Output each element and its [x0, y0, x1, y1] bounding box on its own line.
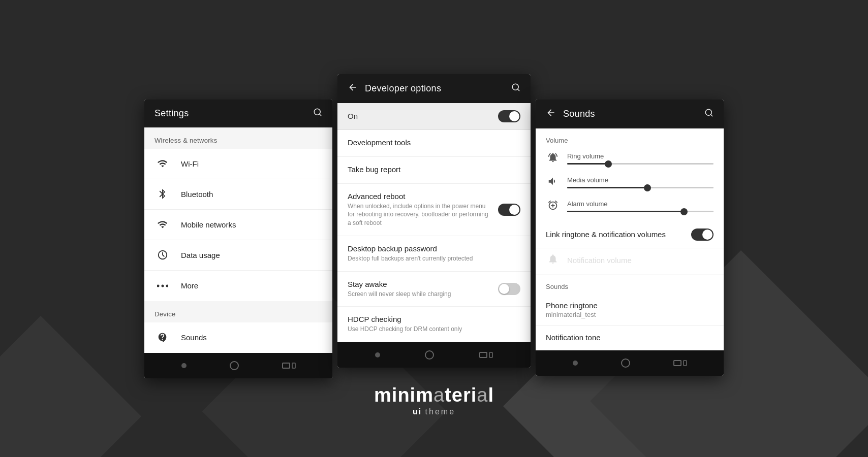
notification-tone-item[interactable]: Notification tone: [536, 326, 724, 350]
sounds-nav-bar: [536, 350, 724, 376]
dev-item-dev-tools[interactable]: Development tools: [337, 130, 531, 157]
brand-theme: theme: [425, 407, 455, 416]
media-volume-fill: [567, 187, 647, 188]
media-volume-content: Media volume: [567, 176, 714, 188]
dev-item-bug-report[interactable]: Take bug report: [337, 157, 531, 184]
settings-item-mobile[interactable]: Mobile networks: [144, 210, 332, 240]
settings-item-sounds[interactable]: Sounds: [144, 322, 332, 353]
dev-top-left: Developer options: [348, 82, 441, 95]
sounds-screen: Sounds Volume: [536, 100, 724, 376]
backup-pw-title: Desktop backup password: [348, 244, 520, 253]
alarm-volume-label: Alarm volume: [567, 200, 714, 208]
dev-item-stay-awake[interactable]: Stay awake Screen will never sleep while…: [337, 272, 531, 307]
sounds-nav-back-dot[interactable]: [573, 361, 578, 366]
alarm-volume-fill: [567, 211, 684, 212]
settings-item-data[interactable]: Data usage: [144, 240, 332, 271]
device-header: Device: [144, 301, 332, 322]
phone-ringtone-sub: minimaterial_test: [546, 311, 714, 318]
settings-item-bluetooth[interactable]: Bluetooth: [144, 179, 332, 210]
stay-awake-content: Stay awake Screen will never sleep while…: [348, 280, 492, 299]
dev-title: Developer options: [365, 83, 441, 94]
dev-nav-home[interactable]: [425, 350, 434, 360]
sounds-label: Sounds: [181, 333, 207, 342]
link-ringtone-toggle[interactable]: [691, 228, 714, 241]
link-ringtone-row[interactable]: Link ringtone & notification volumes: [536, 221, 724, 248]
screens-container: Settings Wireless & networks: [144, 79, 724, 378]
svg-line-9: [710, 114, 712, 116]
wifi-icon: [154, 158, 171, 169]
phone-ringtone-item[interactable]: Phone ringtone minimaterial_test: [536, 294, 724, 326]
settings-nav-bar: [144, 353, 332, 378]
dev-nav-bar: [337, 342, 531, 368]
dev-item-hdcp[interactable]: HDCP checking Use HDCP checking for DRM …: [337, 307, 531, 342]
media-volume-slider[interactable]: [567, 187, 714, 188]
stay-awake-sub: Screen will never sleep while charging: [348, 290, 492, 299]
sounds-section-header: Sounds: [536, 275, 724, 294]
dev-on-toggle[interactable]: [498, 110, 520, 122]
more-icon: [154, 284, 171, 287]
svg-point-4: [162, 284, 164, 287]
advanced-reboot-content: Advanced reboot When unlocked, include o…: [348, 192, 492, 227]
sounds-search-icon[interactable]: [704, 108, 714, 120]
ring-volume-item: Ring volume: [536, 147, 724, 171]
device-list: Sounds: [144, 322, 332, 353]
ring-volume-content: Ring volume: [567, 152, 714, 165]
backup-pw-sub: Desktop full backups aren't currently pr…: [348, 254, 520, 263]
alarm-volume-thumb[interactable]: [680, 208, 688, 215]
nav-recents-icon2: [292, 363, 296, 369]
settings-item-wifi[interactable]: Wi-Fi: [144, 149, 332, 179]
sounds-back-icon[interactable]: [546, 108, 556, 120]
brand-l: l: [488, 384, 494, 406]
brand-mini: minim: [374, 384, 433, 406]
dev-nav-recents[interactable]: [479, 352, 493, 358]
dev-nav-back-dot[interactable]: [375, 352, 380, 357]
dev-on-toggle-knob: [509, 111, 519, 121]
ring-volume-icon: [546, 152, 560, 166]
stay-awake-toggle-knob: [499, 284, 509, 294]
advanced-reboot-toggle[interactable]: [498, 204, 520, 216]
sounds-section-label: Sounds: [546, 283, 568, 290]
nav-home-circle[interactable]: [230, 361, 239, 370]
settings-search-icon[interactable]: [313, 108, 322, 119]
stay-awake-toggle[interactable]: [498, 283, 520, 295]
dev-top-bar: Developer options: [337, 74, 531, 103]
hdcp-sub: Use HDCP checking for DRM content only: [348, 325, 520, 334]
nav-back-dot[interactable]: [181, 363, 187, 368]
brand-sub: ui theme: [374, 407, 494, 416]
settings-top-icons: [313, 108, 322, 119]
dev-back-icon[interactable]: [348, 82, 358, 95]
dev-items-list: Development tools Take bug report Advanc…: [337, 130, 531, 343]
developer-screen-wrapper: Developer options On Developm: [337, 84, 531, 368]
wireless-networks-label: Wireless & networks: [154, 137, 217, 144]
stay-awake-row: Stay awake Screen will never sleep while…: [348, 280, 520, 299]
sounds-top-left: Sounds: [546, 108, 595, 120]
ring-volume-thumb[interactable]: [605, 160, 612, 168]
data-usage-label: Data usage: [181, 251, 220, 259]
advanced-reboot-toggle-knob: [509, 205, 519, 215]
dev-item-backup-pw[interactable]: Desktop backup password Desktop full bac…: [337, 236, 531, 272]
wifi-label: Wi-Fi: [181, 159, 199, 168]
notification-volume-icon: [546, 253, 560, 267]
settings-title: Settings: [154, 108, 189, 119]
dev-search-icon[interactable]: [511, 83, 520, 94]
sounds-nav-recents[interactable]: [673, 360, 687, 366]
advanced-reboot-title: Advanced reboot: [348, 192, 492, 201]
svg-line-1: [319, 114, 321, 115]
nav-recents[interactable]: [282, 363, 296, 369]
alarm-volume-icon: [546, 200, 560, 213]
media-volume-thumb[interactable]: [644, 184, 651, 191]
phone-ringtone-title: Phone ringtone: [546, 301, 714, 310]
notification-volume-item: Notification volume: [536, 248, 724, 275]
ring-volume-slider[interactable]: [567, 163, 714, 165]
brand-name: minimaterial: [374, 384, 494, 406]
settings-item-more[interactable]: More: [144, 271, 332, 301]
sounds-nav-home[interactable]: [621, 358, 630, 368]
dev-nav-recents-icon: [479, 352, 487, 358]
stay-awake-title: Stay awake: [348, 280, 492, 288]
volume-section-header: Volume: [536, 128, 724, 147]
dev-item-advanced-reboot[interactable]: Advanced reboot When unlocked, include o…: [337, 184, 531, 236]
alarm-volume-slider[interactable]: [567, 211, 714, 212]
alarm-volume-item: Alarm volume: [536, 194, 724, 221]
device-label: Device: [154, 310, 176, 318]
svg-point-5: [166, 284, 169, 287]
